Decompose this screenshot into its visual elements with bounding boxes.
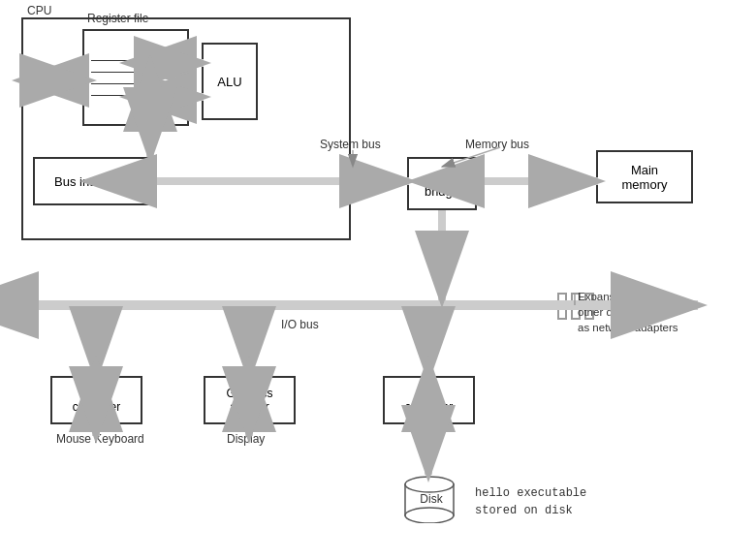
svg-point-1 [405, 477, 454, 492]
svg-point-2 [405, 508, 454, 523]
bus-interface-box: Bus interface [33, 157, 149, 205]
alu-box: ALU [202, 43, 258, 120]
disk-controller-box: Diskcontroller [383, 376, 475, 424]
disk-label: Disk [407, 492, 456, 506]
expansion-label: Expansion slots forother devices suchas … [578, 289, 733, 335]
display-label: Display [227, 432, 265, 446]
pc-box: PC [33, 66, 81, 95]
io-bus-label: I/O bus [281, 318, 319, 331]
computer-architecture-diagram: CPU Register file PC ALU Bus interface I… [0, 0, 756, 560]
hello-exec-label: hello executablestored on disk [475, 484, 586, 519]
io-bridge-box: I/Obridge [407, 157, 477, 210]
system-bus-label: System bus [320, 138, 381, 151]
memory-bus-label: Memory bus [465, 138, 529, 151]
cpu-label: CPU [27, 4, 51, 17]
register-lines [91, 53, 169, 100]
graphics-adapter-box: Graphicsadapter [204, 376, 296, 424]
main-memory-box: Mainmemory [596, 150, 693, 203]
register-file-label: Register file [87, 12, 148, 25]
mouse-keyboard-label: Mouse Keyboard [56, 432, 144, 446]
usb-controller-box: USBcontroller [50, 376, 142, 424]
